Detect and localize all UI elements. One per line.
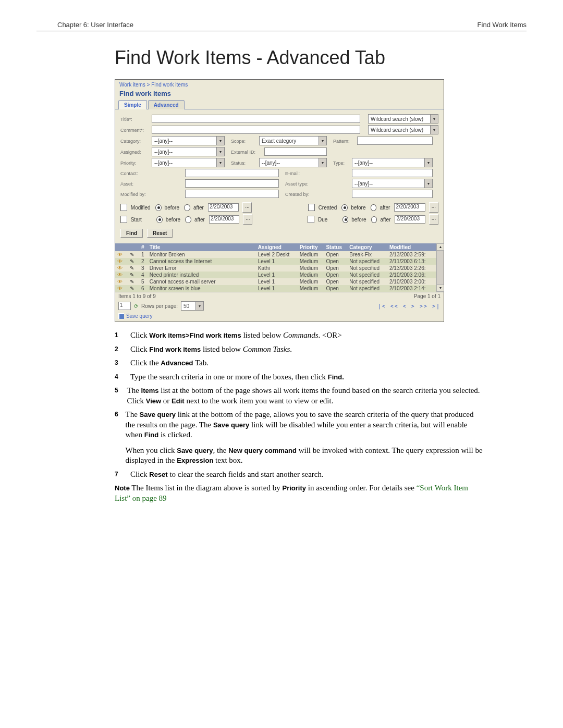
assettype-select[interactable]: --[any]--▾	[352, 179, 433, 188]
due-before-radio[interactable]	[342, 216, 349, 223]
createdby-input[interactable]	[352, 190, 433, 198]
edit-icon[interactable]: ✎	[130, 279, 134, 285]
tab-advanced[interactable]: Advanced	[148, 100, 185, 109]
save-query-link[interactable]: Save query	[126, 313, 153, 319]
refresh-icon[interactable]: ⟳	[134, 303, 138, 309]
edit-icon[interactable]: ✎	[130, 265, 134, 271]
priority-select[interactable]: --[any]--▾	[152, 158, 225, 167]
step-6: The Save query link at the bottom of the…	[126, 410, 485, 466]
cell-title: Monitor screen is blue	[148, 285, 256, 292]
view-icon[interactable]: 👁	[117, 286, 123, 291]
page-header: Chapter 6: User Interface Find Work Item…	[36, 21, 527, 31]
view-icon[interactable]: 👁	[117, 265, 123, 271]
created-date-picker[interactable]: ...	[429, 202, 438, 213]
modified-date-input[interactable]: 2/20/2003	[208, 203, 239, 212]
cell-num: 1	[139, 251, 148, 258]
step-3: Click the Advanced Tab.	[130, 358, 209, 368]
step-num-6: 6	[115, 410, 119, 466]
table-row[interactable]: 👁✎2Cannot access the InternetLevel 1Medi…	[115, 258, 444, 265]
col-status[interactable]: Status	[324, 243, 347, 251]
rows-per-page-select[interactable]: 50▾	[181, 301, 204, 311]
col-priority[interactable]: Priority	[298, 243, 324, 251]
category-select[interactable]: --[any]--▾	[152, 136, 225, 145]
chevron-down-icon: ▾	[430, 126, 438, 134]
chevron-down-icon: ▾	[216, 137, 224, 145]
created-date-input[interactable]: 2/20/2003	[394, 203, 425, 212]
cell-num: 4	[139, 272, 148, 278]
start-before-radio[interactable]	[156, 216, 163, 223]
created-before-radio[interactable]	[341, 204, 348, 211]
view-icon[interactable]: 👁	[117, 258, 123, 264]
comment-input[interactable]	[152, 126, 360, 134]
category-label: Category:	[120, 138, 150, 144]
cell-status: Open	[324, 258, 347, 265]
created-checkbox[interactable]	[308, 204, 315, 211]
cell-status: Open	[324, 285, 347, 292]
col-category[interactable]: Category	[347, 243, 387, 251]
view-icon[interactable]: 👁	[117, 272, 123, 278]
scope-label: Scope:	[231, 138, 257, 144]
assettype-label: Asset type:	[285, 181, 316, 187]
view-icon[interactable]: 👁	[117, 279, 123, 285]
due-after-radio[interactable]	[371, 216, 377, 223]
table-row[interactable]: 👁✎3Driver ErrorKathiMediumOpenNot specif…	[115, 265, 444, 272]
pager[interactable]: |< << < > >> >|	[378, 303, 440, 309]
breadcrumb-b[interactable]: Find work items	[151, 82, 188, 88]
start-date-picker[interactable]: ...	[243, 214, 252, 225]
table-row[interactable]: 👁✎4Need printer installedLevel 1MediumOp…	[115, 272, 444, 278]
scrollbar[interactable]: ▴ ▾	[436, 243, 444, 292]
due-date-input[interactable]: 2/20/2003	[395, 215, 425, 224]
comment-wildcard-select[interactable]: Wildcard search (slow)▾	[368, 125, 438, 134]
reset-button[interactable]: Reset	[147, 229, 173, 238]
cell-title: Monitor Broken	[148, 251, 256, 258]
step-num-4: 4	[115, 372, 124, 382]
col-title[interactable]: Title	[148, 243, 256, 251]
screenshot-panel: Work items > Find work items Find work i…	[115, 79, 444, 322]
due-checkbox[interactable]	[308, 216, 314, 223]
externalid-label: External ID:	[231, 149, 262, 155]
pattern-input[interactable]	[357, 137, 433, 145]
assigned-select[interactable]: --[any]--▾	[152, 147, 225, 156]
find-button[interactable]: Find	[120, 229, 143, 238]
edit-icon[interactable]: ✎	[130, 286, 134, 291]
modified-before-radio[interactable]	[155, 204, 162, 211]
modified-date-picker[interactable]: ...	[242, 202, 252, 213]
start-after-radio[interactable]	[185, 216, 191, 223]
start-date-input[interactable]: 2/20/2003	[209, 215, 240, 224]
cell-priority: Medium	[298, 265, 324, 272]
email-input[interactable]	[352, 169, 433, 177]
start-checkbox[interactable]	[120, 216, 127, 223]
view-icon[interactable]: 👁	[117, 252, 123, 257]
status-select[interactable]: --[any]--▾	[259, 158, 327, 167]
scroll-down-icon[interactable]: ▾	[436, 285, 444, 292]
contact-input[interactable]	[185, 169, 279, 177]
tab-simple[interactable]: Simple	[118, 100, 147, 109]
table-row[interactable]: 👁✎1Monitor BrokenLevel 2 DesktMediumOpen…	[115, 251, 444, 258]
modified-checkbox[interactable]	[120, 204, 127, 211]
scroll-up-icon[interactable]: ▴	[436, 243, 444, 251]
cell-assigned: Level 1	[256, 258, 298, 265]
scope-select[interactable]: Exact category▾	[259, 136, 327, 145]
col-num[interactable]: #	[139, 243, 148, 251]
title-wildcard-select[interactable]: Wildcard search (slow)▾	[368, 114, 438, 124]
edit-icon[interactable]: ✎	[130, 272, 134, 278]
col-modified[interactable]: Modified	[387, 243, 444, 251]
chevron-down-icon: ▾	[216, 147, 224, 156]
step-7: Click Reset to clear the search fields a…	[130, 470, 324, 480]
breadcrumb: Work items > Find work items	[115, 80, 444, 89]
page-input[interactable]: 1	[118, 302, 131, 310]
breadcrumb-a[interactable]: Work items	[119, 82, 145, 88]
due-date-picker[interactable]: ...	[429, 214, 438, 225]
edit-icon[interactable]: ✎	[130, 252, 134, 257]
type-select[interactable]: --[any]--▾	[352, 158, 433, 167]
modifiedby-input[interactable]	[185, 190, 279, 198]
table-row[interactable]: 👁✎6Monitor screen is blueLevel 1MediumOp…	[115, 285, 444, 292]
created-after-radio[interactable]	[371, 204, 377, 211]
table-row[interactable]: 👁✎5Cannot access e‑mail serverLevel 1Med…	[115, 278, 444, 285]
edit-icon[interactable]: ✎	[130, 258, 134, 264]
externalid-input[interactable]	[264, 147, 327, 156]
title-input[interactable]	[152, 115, 360, 123]
col-assigned[interactable]: Assigned	[256, 243, 298, 251]
asset-input[interactable]	[185, 179, 279, 188]
modified-after-radio[interactable]	[184, 204, 190, 211]
